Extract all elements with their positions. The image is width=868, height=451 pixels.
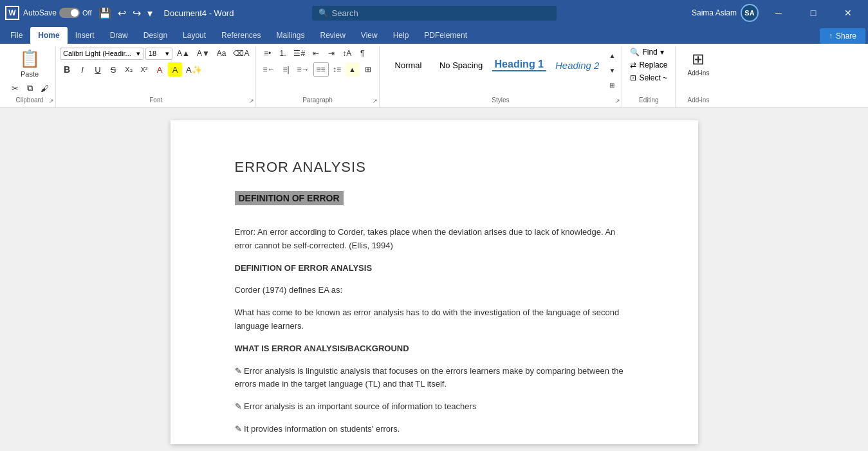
tab-layout[interactable]: Layout bbox=[175, 27, 214, 44]
paste-button[interactable]: 📋 Paste bbox=[13, 46, 46, 80]
customize-button[interactable]: ▾ bbox=[145, 6, 155, 21]
tab-help[interactable]: Help bbox=[385, 27, 417, 44]
clipboard-group: 📋 Paste ✂ ⧉ 🖌 Clipboard ↗ bbox=[4, 46, 56, 107]
user-name: Saima Aslam bbox=[692, 8, 737, 17]
align-center-button[interactable]: ≡| bbox=[279, 62, 293, 77]
close-button[interactable]: ✕ bbox=[833, 0, 863, 26]
addins-label: Add-ins bbox=[687, 69, 709, 77]
borders-button[interactable]: ⊞ bbox=[361, 62, 375, 77]
change-case-button[interactable]: Aa bbox=[214, 46, 229, 60]
doc-para-0: Error: An error according to Corder, tak… bbox=[235, 226, 634, 253]
font-size-selector[interactable]: 18 ▾ bbox=[145, 48, 172, 60]
style-nospacing[interactable]: No Spacing bbox=[435, 46, 488, 84]
tab-pdfelement[interactable]: PDFelement bbox=[416, 27, 475, 44]
tab-home[interactable]: Home bbox=[30, 27, 67, 44]
italic-button[interactable]: I bbox=[75, 62, 89, 77]
align-left-button[interactable]: ≡← bbox=[260, 62, 277, 77]
numbering-button[interactable]: 1. bbox=[275, 46, 290, 60]
underline-button[interactable]: U bbox=[91, 62, 105, 77]
tab-file[interactable]: File bbox=[3, 27, 30, 44]
cut-button[interactable]: ✂ bbox=[8, 81, 22, 95]
style-nospacing-label: No Spacing bbox=[439, 60, 483, 70]
redo-button[interactable]: ↪ bbox=[130, 6, 143, 21]
share-button[interactable]: ↑ Share bbox=[820, 28, 865, 44]
replace-icon: ⇄ bbox=[630, 60, 636, 69]
title-bar-right: Saima Aslam SA ─ □ ✕ bbox=[692, 0, 863, 26]
search-bar: 🔍 bbox=[312, 6, 557, 21]
user-avatar[interactable]: SA bbox=[741, 4, 759, 22]
font-selector[interactable]: Calibri Light (Headir... ▾ bbox=[60, 48, 143, 60]
font-name: Calibri Light (Headir... bbox=[63, 50, 131, 57]
style-normal[interactable]: Normal bbox=[382, 46, 435, 84]
styles-group: Normal No Spacing Heading 1 Heading 2 ▲ … bbox=[380, 46, 623, 107]
autosave-state: Off bbox=[82, 9, 91, 17]
tab-view[interactable]: View bbox=[353, 27, 385, 44]
highlight-button[interactable]: A bbox=[168, 62, 182, 77]
font-label: Font bbox=[149, 97, 162, 104]
save-button[interactable]: 💾 bbox=[96, 6, 114, 21]
tab-draw[interactable]: Draw bbox=[102, 27, 136, 44]
tab-review[interactable]: Review bbox=[313, 27, 353, 44]
styles-scroll-down[interactable]: ▼ bbox=[605, 63, 619, 77]
paragraph-group: ≡• 1. ☰# ⇤ ⇥ ↕A ¶ ≡← ≡| ≡→ ≡≡ ↕≡ ▲ ⊞ Par… bbox=[256, 46, 379, 107]
addins-group: ⊞ Add-ins Add-ins bbox=[676, 46, 721, 107]
style-heading2[interactable]: Heading 2 bbox=[551, 46, 604, 84]
text-effects-button[interactable]: A✨ bbox=[183, 62, 205, 77]
select-button[interactable]: ⊡ Select ~ bbox=[626, 72, 671, 84]
document-heading: DEFINITION OF ERROR bbox=[235, 191, 344, 205]
increase-indent-button[interactable]: ⇥ bbox=[324, 46, 338, 60]
clipboard-expander[interactable]: ↗ bbox=[49, 98, 54, 104]
multilevel-button[interactable]: ☰# bbox=[291, 46, 308, 60]
font-dropdown-icon: ▾ bbox=[136, 50, 140, 58]
replace-button[interactable]: ⇄ Replace bbox=[626, 59, 671, 71]
show-marks-button[interactable]: ¶ bbox=[355, 46, 369, 60]
shading-button[interactable]: ▲ bbox=[346, 62, 360, 77]
style-heading1[interactable]: Heading 1 bbox=[488, 46, 551, 84]
document-container[interactable]: ERROR ANALYSIS DEFINITION OF ERROR Error… bbox=[0, 107, 868, 451]
addins-button[interactable]: ⊞ Add-ins bbox=[681, 46, 716, 80]
decrease-indent-button[interactable]: ⇤ bbox=[309, 46, 323, 60]
subscript-button[interactable]: X₂ bbox=[122, 62, 136, 77]
document-page[interactable]: ERROR ANALYSIS DEFINITION OF ERROR Error… bbox=[171, 120, 698, 444]
autosave-toggle[interactable] bbox=[59, 8, 80, 18]
justify-button[interactable]: ≡≡ bbox=[313, 62, 329, 77]
tab-design[interactable]: Design bbox=[136, 27, 175, 44]
decrease-font-button[interactable]: A▼ bbox=[194, 46, 212, 60]
line-spacing-button[interactable]: ↕≡ bbox=[330, 62, 344, 77]
format-painter-button[interactable]: 🖌 bbox=[37, 81, 51, 95]
tab-insert[interactable]: Insert bbox=[68, 27, 102, 44]
ribbon: 📋 Paste ✂ ⧉ 🖌 Clipboard ↗ Calibri Light … bbox=[0, 44, 868, 107]
strikethrough-button[interactable]: S bbox=[106, 62, 120, 77]
superscript-button[interactable]: X² bbox=[137, 62, 151, 77]
undo-button[interactable]: ↩ bbox=[115, 6, 129, 21]
copy-button[interactable]: ⧉ bbox=[23, 81, 37, 95]
clear-formatting-button[interactable]: ⌫A bbox=[230, 46, 252, 60]
bold-button[interactable]: B bbox=[60, 62, 74, 77]
align-right-button[interactable]: ≡→ bbox=[295, 62, 312, 77]
paragraph-label: Paragraph bbox=[302, 97, 333, 104]
find-button[interactable]: 🔍 Find ▾ bbox=[626, 46, 671, 58]
styles-expand[interactable]: ⊞ bbox=[605, 78, 619, 92]
tab-mailings[interactable]: Mailings bbox=[268, 27, 312, 44]
replace-label: Replace bbox=[639, 60, 667, 69]
restore-button[interactable]: □ bbox=[799, 0, 828, 26]
doc-para-7: ✎ It provides information on students' e… bbox=[235, 423, 634, 436]
undo-redo-group: 💾 ↩ ↪ ▾ bbox=[96, 6, 155, 21]
increase-font-button[interactable]: A▲ bbox=[174, 46, 192, 60]
tab-references[interactable]: References bbox=[214, 27, 268, 44]
doc-para-4: WHAT IS ERROR ANALYSIS/BACKGROUND bbox=[235, 342, 634, 356]
sort-button[interactable]: ↕A bbox=[340, 46, 354, 60]
styles-expander[interactable]: ↗ bbox=[615, 98, 620, 104]
font-expander[interactable]: ↗ bbox=[249, 98, 254, 104]
style-heading1-label: Heading 1 bbox=[492, 59, 546, 71]
doc-para-5: ✎ Error analysis is linguistic analysis … bbox=[235, 365, 634, 392]
paragraph-expander[interactable]: ↗ bbox=[373, 98, 378, 104]
styles-scroll-up[interactable]: ▲ bbox=[605, 48, 619, 62]
doc-name: Document4 bbox=[164, 8, 207, 18]
minimize-button[interactable]: ─ bbox=[764, 0, 793, 26]
bullets-button[interactable]: ≡• bbox=[260, 46, 274, 60]
font-color-button[interactable]: A bbox=[152, 62, 167, 77]
search-input[interactable] bbox=[332, 8, 550, 18]
size-dropdown-icon: ▾ bbox=[165, 50, 169, 58]
doc-para-6: ✎ Error analysis is an important source … bbox=[235, 400, 634, 414]
